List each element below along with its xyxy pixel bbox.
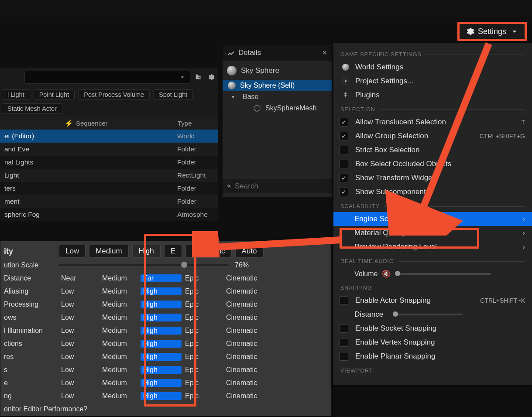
scalability-option[interactable]: Epic bbox=[182, 314, 223, 321]
outliner-row[interactable]: tersFolder bbox=[0, 182, 218, 195]
scalability-option[interactable]: Cinematic bbox=[223, 287, 271, 295]
checkbox[interactable] bbox=[340, 338, 348, 347]
distance-slider[interactable] bbox=[393, 314, 463, 315]
outliner-row[interactable]: mentFolder bbox=[0, 195, 218, 208]
volume-row[interactable]: Volume 🔇 bbox=[333, 267, 532, 280]
menu-item[interactable]: World Settings bbox=[333, 60, 532, 74]
checkbox[interactable] bbox=[340, 132, 348, 140]
scalability-option[interactable]: Medium bbox=[100, 327, 141, 335]
gear-icon[interactable] bbox=[207, 73, 215, 81]
details-tab[interactable]: Details ✕ bbox=[223, 45, 332, 61]
sequencer-column[interactable]: Sequencer bbox=[76, 120, 108, 127]
preset-auto[interactable]: Auto bbox=[235, 245, 264, 258]
filter-pill[interactable]: Point Light bbox=[34, 89, 75, 100]
scalability-option[interactable]: High bbox=[141, 366, 182, 374]
expand-icon[interactable]: ▼ bbox=[228, 95, 238, 99]
scalability-option[interactable]: Cinematic bbox=[223, 340, 271, 348]
scalability-option[interactable]: Medium bbox=[100, 301, 141, 308]
scalability-option[interactable]: Far bbox=[141, 274, 182, 282]
resolution-slider[interactable] bbox=[58, 264, 229, 266]
scalability-option[interactable]: Low bbox=[58, 366, 100, 374]
outliner-row[interactable]: and EveFolder bbox=[0, 143, 218, 156]
scalability-option[interactable]: Cinematic bbox=[223, 327, 271, 335]
outliner-row[interactable]: nal LightsFolder bbox=[0, 156, 218, 169]
scalability-option[interactable]: Low bbox=[58, 392, 100, 400]
preset-low[interactable]: Low bbox=[59, 245, 86, 258]
scalability-option[interactable]: High bbox=[141, 353, 182, 361]
menu-item[interactable]: Plugins bbox=[333, 88, 532, 102]
scalability-option[interactable]: Epic bbox=[182, 301, 223, 308]
checkbox[interactable] bbox=[340, 174, 348, 182]
distance-slider-row[interactable]: Distance bbox=[333, 308, 532, 321]
menu-item[interactable]: Project Settings... bbox=[333, 74, 532, 88]
menu-submenu-item[interactable]: Engine Scalability Settings› bbox=[333, 212, 532, 226]
scalability-option[interactable]: Epic bbox=[182, 274, 223, 282]
preset-cinematic[interactable]: Cinematic bbox=[185, 245, 232, 258]
scalability-option[interactable]: Epic bbox=[182, 327, 223, 335]
close-icon[interactable]: ✕ bbox=[322, 49, 327, 56]
search-input[interactable] bbox=[235, 182, 327, 191]
scalability-option[interactable]: Epic bbox=[182, 366, 223, 374]
scalability-option[interactable]: Medium bbox=[100, 274, 141, 282]
scalability-option[interactable]: Medium bbox=[100, 340, 141, 348]
scalability-option[interactable]: High bbox=[141, 287, 182, 295]
preset-e[interactable]: E bbox=[164, 245, 182, 258]
checkbox[interactable] bbox=[340, 146, 348, 154]
menu-check-item[interactable]: Strict Box Selection bbox=[333, 143, 532, 157]
filter-pill[interactable]: l Light bbox=[2, 89, 30, 100]
type-column[interactable]: Type bbox=[174, 120, 218, 127]
menu-check-item[interactable]: Enable Socket Snapping bbox=[333, 321, 532, 335]
volume-slider[interactable] bbox=[395, 273, 491, 275]
scalability-option[interactable]: Low bbox=[58, 379, 100, 387]
scalability-option[interactable]: Epic bbox=[182, 353, 223, 361]
scalability-option[interactable]: High bbox=[141, 327, 182, 335]
scalability-option[interactable]: Medium bbox=[100, 353, 141, 361]
scalability-option[interactable]: Cinematic bbox=[223, 314, 271, 321]
outliner-filter-dropdown[interactable] bbox=[24, 71, 190, 84]
scalability-option[interactable]: Epic bbox=[182, 392, 223, 400]
checkbox[interactable] bbox=[340, 118, 348, 126]
slider-handle[interactable] bbox=[393, 311, 398, 317]
slider-handle[interactable] bbox=[395, 271, 400, 276]
scalability-option[interactable]: Low bbox=[58, 287, 100, 295]
checkbox[interactable] bbox=[340, 296, 348, 305]
menu-check-item[interactable]: Show Transform Widget bbox=[333, 171, 532, 185]
scalability-option[interactable]: Low bbox=[58, 314, 100, 321]
scalability-option[interactable]: Epic bbox=[182, 379, 223, 387]
menu-check-item[interactable]: Show Subcomponents bbox=[333, 185, 532, 199]
menu-check-item[interactable]: Enable Planar Snapping bbox=[333, 349, 532, 363]
checkbox[interactable] bbox=[340, 352, 348, 361]
filter-pill[interactable]: Post Process Volume bbox=[78, 89, 150, 100]
scalability-option[interactable]: Low bbox=[58, 340, 100, 348]
scalability-option[interactable]: Cinematic bbox=[223, 301, 271, 308]
scalability-option[interactable]: Low bbox=[58, 301, 100, 308]
preset-high[interactable]: High bbox=[132, 245, 161, 258]
scalability-option[interactable]: High bbox=[141, 379, 182, 387]
outliner-row[interactable]: LightRectLight bbox=[0, 169, 218, 182]
component-row[interactable]: Sky Sphere (Self) bbox=[223, 80, 332, 91]
scalability-option[interactable]: Epic bbox=[182, 340, 223, 348]
scalability-option[interactable]: Medium bbox=[100, 392, 141, 400]
scalability-option[interactable]: Cinematic bbox=[223, 379, 271, 387]
preset-medium[interactable]: Medium bbox=[89, 245, 128, 258]
slider-handle[interactable] bbox=[181, 262, 187, 268]
scalability-option[interactable]: Cinematic bbox=[223, 274, 271, 282]
component-row[interactable]: ▼Base bbox=[223, 91, 332, 103]
checkbox[interactable] bbox=[340, 324, 348, 333]
scalability-option[interactable]: Medium bbox=[100, 366, 141, 374]
menu-submenu-item[interactable]: Material Quality Level› bbox=[333, 226, 532, 240]
filter-pill[interactable]: Static Mesh Actor bbox=[2, 103, 62, 114]
scalability-option[interactable]: Low bbox=[58, 327, 100, 335]
scalability-option[interactable]: Medium bbox=[100, 287, 141, 295]
scalability-option[interactable]: Cinematic bbox=[223, 366, 271, 374]
checkbox[interactable] bbox=[340, 160, 348, 168]
details-search[interactable] bbox=[223, 179, 332, 193]
scalability-option[interactable]: Medium bbox=[100, 379, 141, 387]
menu-check-item[interactable]: Enable Vertex Snapping bbox=[333, 335, 532, 349]
scalability-option[interactable]: Low bbox=[58, 353, 100, 361]
menu-check-item[interactable]: Allow Group SelectionCTRL+SHIFT+G bbox=[333, 129, 532, 143]
scalability-option[interactable]: Medium bbox=[100, 314, 141, 321]
outliner-row[interactable]: spheric FogAtmosphe bbox=[0, 208, 218, 221]
menu-submenu-item[interactable]: Preview Rendering Level› bbox=[333, 240, 532, 254]
scalability-option[interactable]: High bbox=[141, 392, 182, 400]
